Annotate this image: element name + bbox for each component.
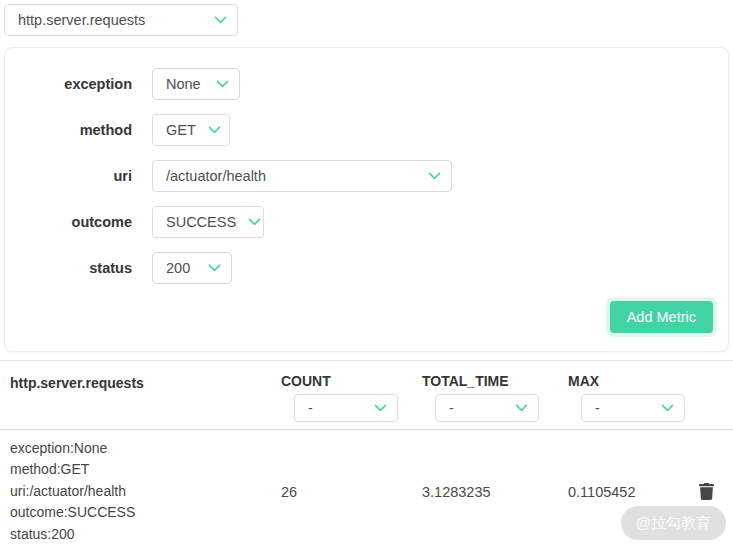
chevron-down-icon bbox=[428, 167, 441, 180]
metric-filter-panel: exception None method GET uri /actuator/… bbox=[4, 47, 729, 352]
add-metric-button[interactable]: Add Metric bbox=[610, 301, 713, 333]
row-actions bbox=[690, 483, 723, 500]
chevron-down-icon bbox=[214, 11, 227, 24]
max-label: MAX bbox=[568, 373, 690, 389]
form-row-uri: uri /actuator/health bbox=[5, 160, 728, 192]
metric-select[interactable]: http.server.requests bbox=[4, 4, 238, 36]
chevron-down-icon bbox=[208, 259, 221, 272]
metric-name-header: http.server.requests bbox=[10, 373, 281, 391]
max-statistic-value: - bbox=[595, 400, 600, 416]
metric-select-value: http.server.requests bbox=[18, 12, 145, 28]
tag-method: method:GET bbox=[10, 459, 281, 480]
metric-tags: exception:None method:GET uri:/actuator/… bbox=[10, 438, 281, 545]
metric-selector-area: http.server.requests bbox=[0, 0, 733, 36]
total-time-statistic-select[interactable]: - bbox=[435, 394, 539, 422]
status-select[interactable]: 200 bbox=[152, 252, 232, 284]
form-row-method: method GET bbox=[5, 114, 728, 146]
chevron-down-icon bbox=[374, 399, 387, 412]
uri-select[interactable]: /actuator/health bbox=[152, 160, 452, 192]
total-time-value: 3.1283235 bbox=[422, 484, 568, 500]
form-row-outcome: outcome SUCCESS bbox=[5, 206, 728, 238]
outcome-select[interactable]: SUCCESS bbox=[152, 206, 264, 238]
outcome-select-value: SUCCESS bbox=[166, 214, 236, 230]
metrics-table-header: http.server.requests COUNT - TOTAL_TIME … bbox=[0, 361, 733, 430]
method-label: method bbox=[5, 122, 152, 138]
tag-status: status:200 bbox=[10, 524, 281, 545]
count-statistic-value: - bbox=[308, 400, 313, 416]
table-row: exception:None method:GET uri:/actuator/… bbox=[0, 430, 733, 545]
tag-uri: uri:/actuator/health bbox=[10, 481, 281, 502]
uri-select-value: /actuator/health bbox=[166, 168, 266, 184]
delete-metric-button[interactable] bbox=[699, 483, 714, 500]
exception-label: exception bbox=[5, 76, 152, 92]
tag-exception: exception:None bbox=[10, 438, 281, 459]
chevron-down-icon bbox=[216, 75, 229, 88]
tag-outcome: outcome:SUCCESS bbox=[10, 502, 281, 523]
count-statistic-select[interactable]: - bbox=[294, 394, 398, 422]
method-select[interactable]: GET bbox=[152, 114, 230, 146]
trash-icon bbox=[699, 483, 714, 500]
count-label: COUNT bbox=[281, 373, 422, 389]
status-label: status bbox=[5, 260, 152, 276]
total-time-statistic-value: - bbox=[449, 400, 454, 416]
max-statistic-select[interactable]: - bbox=[581, 394, 685, 422]
button-row: Add Metric bbox=[5, 301, 728, 333]
outcome-label: outcome bbox=[5, 214, 152, 230]
chevron-down-icon bbox=[248, 213, 261, 226]
exception-select[interactable]: None bbox=[152, 68, 240, 100]
total-time-label: TOTAL_TIME bbox=[422, 373, 568, 389]
form-row-exception: exception None bbox=[5, 68, 728, 100]
uri-label: uri bbox=[5, 168, 152, 184]
form-row-status: status 200 bbox=[5, 252, 728, 284]
status-select-value: 200 bbox=[166, 260, 190, 276]
chevron-down-icon bbox=[661, 399, 674, 412]
count-value: 26 bbox=[281, 484, 422, 500]
exception-select-value: None bbox=[166, 76, 201, 92]
total-time-column-header: TOTAL_TIME - bbox=[422, 373, 568, 422]
max-value: 0.1105452 bbox=[568, 484, 690, 500]
metrics-table: http.server.requests COUNT - TOTAL_TIME … bbox=[0, 360, 733, 545]
chevron-down-icon bbox=[515, 399, 528, 412]
max-column-header: MAX - bbox=[568, 373, 690, 422]
chevron-down-icon bbox=[208, 121, 221, 134]
method-select-value: GET bbox=[166, 122, 196, 138]
count-column-header: COUNT - bbox=[281, 373, 422, 422]
